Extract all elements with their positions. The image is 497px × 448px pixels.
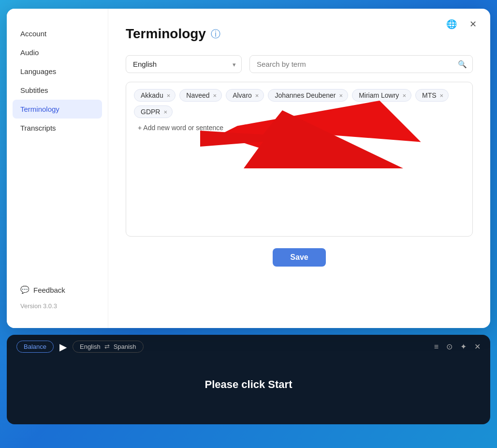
term-chip-gdpr: GDPR × — [134, 105, 173, 118]
globe-button[interactable]: 🌐 — [445, 17, 458, 31]
feedback-label: Feedback — [33, 286, 65, 294]
settings-modal: Account Audio Languages Subtitles Termin… — [7, 9, 490, 328]
globe-icon: 🌐 — [446, 19, 457, 30]
close-button[interactable]: ✕ — [466, 17, 480, 31]
target-language-label: Spanish — [114, 343, 136, 350]
page-title: Terminology — [126, 26, 206, 42]
sidebar-item-terminology[interactable]: Terminology — [13, 100, 102, 119]
sidebar-item-transcripts[interactable]: Transcripts — [7, 119, 108, 137]
term-chip-close-naveed[interactable]: × — [213, 92, 217, 99]
term-label: Akkadu — [141, 91, 163, 99]
language-select[interactable]: English Spanish French German — [126, 55, 242, 73]
settings-icon[interactable]: ⊙ — [446, 342, 453, 351]
save-row: Save — [126, 248, 473, 267]
term-chip-close-mts[interactable]: × — [440, 92, 444, 99]
sidebar: Account Audio Languages Subtitles Termin… — [7, 9, 108, 328]
source-language-label: English — [80, 343, 101, 350]
help-icon[interactable]: ⓘ — [211, 28, 220, 41]
term-chip-close-alvaro[interactable]: × — [255, 92, 259, 99]
player-close-icon[interactable]: ✕ — [474, 342, 481, 351]
term-label: Naveed — [186, 91, 209, 99]
modal-top-icons: 🌐 ✕ — [445, 17, 480, 31]
feedback-icon: 💬 — [20, 285, 29, 294]
search-input[interactable] — [249, 55, 473, 73]
add-term-button[interactable]: + Add new word or sentence — [134, 122, 227, 134]
red-arrow-annotation — [126, 82, 472, 236]
svg-marker-1 — [219, 101, 421, 167]
main-content: 🌐 ✕ Terminology ⓘ English Spanish French… — [108, 9, 490, 328]
search-wrap: 🔍 — [249, 55, 473, 73]
terms-box: Akkadu × Naveed × Alvaro × Johannes Deub… — [126, 82, 473, 237]
sidebar-item-subtitles[interactable]: Subtitles — [7, 81, 108, 100]
pin-icon[interactable]: ✦ — [460, 342, 467, 351]
term-label: Johannes Deubener — [275, 91, 336, 99]
term-chip-close-johannes[interactable]: × — [339, 92, 343, 99]
version-label: Version 3.0.3 — [7, 299, 108, 313]
term-chip-close-akkadu[interactable]: × — [167, 92, 171, 99]
swap-icon: ⇄ — [104, 343, 110, 350]
sidebar-bottom: 💬 Feedback Version 3.0.3 — [7, 280, 108, 316]
player-controls: Balance ▶ English ⇄ Spanish ≡ ⊙ ✦ ✕ — [16, 335, 481, 357]
add-term-row: + Add new word or sentence — [134, 122, 465, 134]
play-button[interactable]: ▶ — [59, 341, 67, 353]
sidebar-item-account[interactable]: Account — [7, 24, 108, 43]
balance-button[interactable]: Balance — [16, 341, 54, 353]
subtitle-icon[interactable]: ≡ — [434, 343, 439, 351]
term-chip-close-gdpr[interactable]: × — [163, 109, 167, 115]
player-bar: Balance ▶ English ⇄ Spanish ≡ ⊙ ✦ ✕ Plea… — [7, 335, 490, 424]
term-label: MTS — [422, 91, 437, 99]
controls-row: English Spanish French German ▾ 🔍 — [126, 55, 473, 73]
term-label: Alvaro — [233, 91, 252, 99]
sidebar-item-languages[interactable]: Languages — [7, 62, 108, 81]
close-icon: ✕ — [469, 19, 477, 30]
term-chip-miriam: Miriam Lowry × — [352, 89, 411, 102]
sidebar-item-audio[interactable]: Audio — [7, 43, 108, 62]
term-chip-akkadu: Akkadu × — [134, 89, 175, 102]
term-chip-mts: MTS × — [415, 89, 449, 102]
term-chip-close-miriam[interactable]: × — [402, 92, 406, 99]
term-chip-alvaro: Alvaro × — [226, 89, 264, 102]
term-chip-johannes: Johannes Deubener × — [268, 89, 348, 102]
save-button[interactable]: Save — [273, 248, 325, 267]
term-label: GDPR — [141, 108, 160, 116]
language-select-wrap: English Spanish French German ▾ — [126, 55, 242, 73]
page-title-row: Terminology ⓘ — [126, 26, 473, 42]
player-main-text: Please click Start — [16, 357, 481, 424]
feedback-button[interactable]: 💬 Feedback — [7, 280, 108, 299]
language-pair: English ⇄ Spanish — [73, 341, 144, 353]
player-right-icons: ≡ ⊙ ✦ ✕ — [434, 342, 481, 351]
term-label: Miriam Lowry — [359, 91, 399, 99]
term-chip-naveed: Naveed × — [179, 89, 222, 102]
